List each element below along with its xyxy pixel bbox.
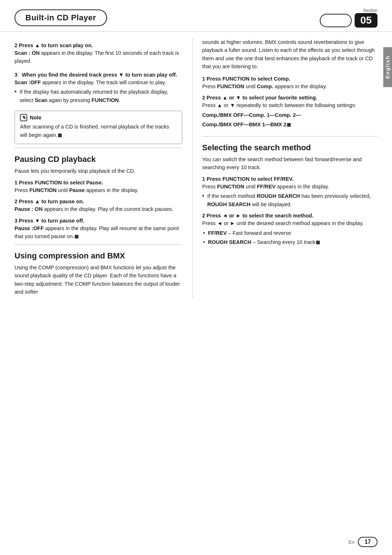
comp-step1-title: 1 Press FUNCTION to select Comp.	[202, 76, 377, 82]
search-step1-title: 1 Press FUNCTION to select FF/REV.	[202, 176, 377, 182]
search-step1-body: Press FUNCTION until FF/REV appears in t…	[202, 183, 377, 191]
english-sidebar-label: English	[383, 47, 392, 87]
pausing-section-title: Pausing CD playback	[15, 155, 182, 164]
search-step2-title: 2 Press ◄ or ► to select the search meth…	[202, 213, 377, 219]
left-column: 2 Press ▲ to turn scan play on. Scan : O…	[15, 38, 192, 298]
pausing-step3-body: Pause :OFF appears in the display. Play …	[15, 224, 182, 241]
section-number: 05	[355, 13, 377, 28]
scan-step2-body: Scan : ON appears in the display. The fi…	[15, 49, 182, 65]
page-header: Built-in CD Player Section 05	[0, 0, 392, 32]
page-number: 17	[358, 537, 377, 547]
end-mark4	[316, 241, 320, 244]
page-title: Built-in CD Player	[15, 9, 107, 26]
page-footer: En 17	[0, 537, 392, 547]
search-bullet-ff: FF/REV – Fast forward and reverse	[202, 229, 377, 237]
section-oval	[320, 14, 352, 27]
footer-en-label: En	[348, 539, 354, 545]
comp-step2-body: Press ▲ or ▼ repeatedly to switch betwee…	[202, 101, 377, 109]
scan-step2-title: 2 Press ▲ to turn scan play on.	[15, 42, 182, 48]
right-column: sounds at higher volumes. BMX controls s…	[193, 38, 377, 298]
scan-step3-body: Scan :OFF appears in the display. The tr…	[15, 78, 182, 86]
note-box: ✎ Note After scanning of a CD is finishe…	[15, 111, 182, 144]
page: Built-in CD Player Section 05 English 2 …	[0, 0, 392, 555]
divider-compression	[15, 244, 182, 245]
comp-step2-title: 2 Press ▲ or ▼ to select your favorite s…	[202, 95, 377, 101]
note-body: After scanning of a CD is finished, norm…	[20, 123, 177, 139]
search-step1-bullet: If the search method ROUGH SEARCH has be…	[202, 192, 377, 208]
pausing-step1-body: Press FUNCTION until Pause appears in th…	[15, 186, 182, 194]
note-header: ✎ Note	[20, 114, 177, 121]
search-step2-body: Press ◄ or ► until the desired search me…	[202, 219, 377, 227]
comp-settings-line2: Comp./BMX OFF—BMX 1—BMX 2	[202, 121, 377, 128]
end-mark	[58, 134, 62, 137]
end-mark2	[75, 235, 78, 238]
scan-step2-block: 2 Press ▲ to turn scan play on. Scan : O…	[15, 42, 182, 65]
pausing-step1-title: 1 Press FUNCTION to select Pause.	[15, 180, 182, 185]
pausing-step2-body: Pause : ON appears in the display. Play …	[15, 205, 182, 213]
end-mark3	[287, 123, 291, 127]
compression-intro: Using the COMP (compression) and BMX fun…	[15, 264, 182, 296]
divider-pausing	[15, 148, 182, 148]
search-bullet-rough: ROUGH SEARCH – Searching every 10 track	[202, 238, 377, 246]
main-content: 2 Press ▲ to turn scan play on. Scan : O…	[0, 32, 392, 298]
pausing-step2-title: 2 Press ▲ to turn pause on.	[15, 199, 182, 204]
scan-step3-title: 3 When you find the desired track press …	[15, 72, 182, 78]
pausing-step3-title: 3 Press ▼ to turn pause off.	[15, 218, 182, 224]
section-label: Section	[363, 8, 377, 13]
note-icon: ✎	[20, 114, 27, 121]
pausing-intro: Pause lets you temporarily stop playback…	[15, 167, 182, 175]
note-label: Note	[30, 115, 41, 121]
compression-section-title: Using compression and BMX	[15, 251, 182, 261]
search-section-title: Selecting the search method	[202, 143, 377, 152]
scan-step3-block: 3 When you find the desired track press …	[15, 72, 182, 104]
comp-step1-body: Press FUNCTION until Comp. appears in th…	[202, 82, 377, 90]
comp-settings-line1: Comp./BMX OFF—Comp. 1—Comp. 2—	[202, 111, 377, 119]
scan-step3-bullet: If the display has automatically returne…	[15, 88, 182, 104]
section-badge: Section 05	[320, 8, 377, 28]
divider-search	[202, 136, 377, 136]
search-intro: You can switch the search method between…	[202, 155, 377, 172]
compression-cont: sounds at higher volumes. BMX controls s…	[202, 38, 377, 71]
